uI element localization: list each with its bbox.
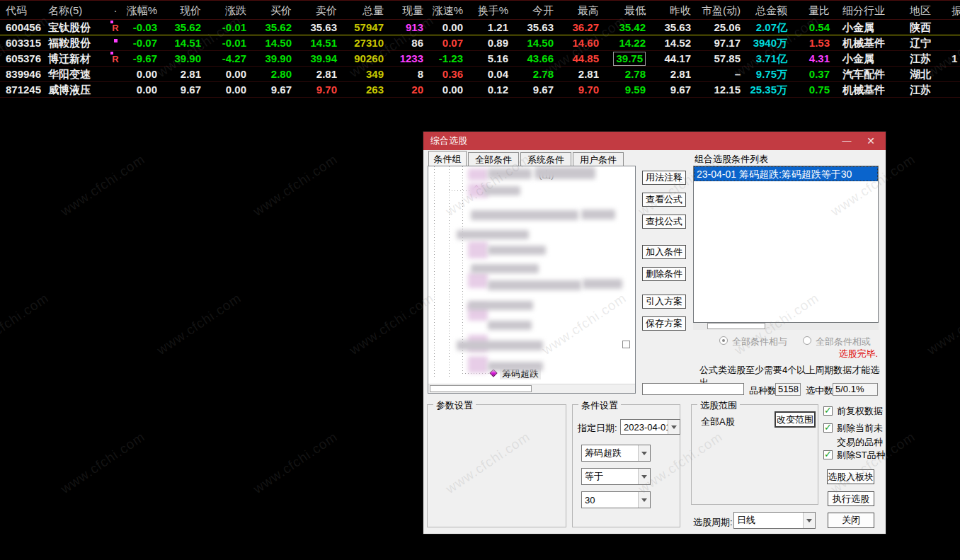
table-cell[interactable]: 86 [392,35,432,50]
table-cell[interactable]: 0.04 [472,67,517,81]
table-cell[interactable]: 35.63 [300,20,345,35]
table-row[interactable]: 839946华阳变速0.002.810.002.802.8134980.360.… [0,67,960,82]
table-cell[interactable]: 0.00 [432,82,472,97]
table-cell[interactable]: 陕西 [905,20,950,35]
table-cell[interactable]: 2.80 [255,67,300,81]
table-cell[interactable]: 605376 [0,51,44,66]
table-cell[interactable] [105,35,126,50]
table-cell[interactable]: 0.75 [796,82,838,97]
table-cell[interactable]: -9.67 [126,51,166,66]
table-cell[interactable]: 2.81 [562,67,607,81]
table-cell[interactable]: 90260 [345,51,392,66]
dialog-titlebar[interactable]: 综合选股 [423,132,886,150]
table-cell[interactable]: 9.67 [517,82,562,97]
table-cell[interactable]: 9.59 [607,82,654,97]
table-cell[interactable]: 5.16 [472,51,517,66]
table-cell[interactable]: 江苏 [905,82,950,97]
table-cell[interactable]: 600456 [0,20,44,35]
table-header-cell[interactable]: 总量 [345,1,392,19]
table-header-cell[interactable]: 涨速% [432,1,472,19]
table-cell[interactable]: 8 [392,67,432,81]
table-cell[interactable]: 20 [392,82,432,97]
table-cell[interactable]: 349 [345,67,392,81]
table-cell[interactable]: 2.81 [654,67,699,81]
condition-tree-panel[interactable]: (山) 筹码超跌 [428,166,636,394]
table-cell[interactable]: 39.90 [166,51,210,66]
table-cell[interactable]: 辽宁 [905,35,950,50]
tree-scrollbar-thumb[interactable] [430,385,532,392]
table-cell[interactable]: 0.00 [126,82,166,97]
usage-notes-button[interactable]: 用法注释 [642,171,686,185]
table-cell[interactable]: 江苏 [905,51,950,66]
table-cell[interactable]: 机械基件 [838,82,905,97]
table-cell[interactable]: 0.00 [210,82,255,97]
table-cell[interactable]: 2.81 [166,67,210,81]
table-cell[interactable]: R [105,51,126,66]
table-header-cell[interactable]: 量比 [796,1,838,19]
change-range-button[interactable]: 改变范围 [775,411,816,428]
table-cell[interactable]: 1.21 [472,20,517,35]
table-cell[interactable]: – [699,67,749,81]
checkbox-adjusted-data[interactable] [823,406,833,416]
table-cell[interactable]: 9.67 [166,82,210,97]
table-header-cell[interactable]: 换手% [472,1,517,19]
table-cell[interactable]: 12.15 [699,82,749,97]
table-cell[interactable]: 27310 [345,35,392,50]
table-header-cell[interactable]: 名称(5) [44,1,105,19]
formula-combobox[interactable]: 筹码超跌 [581,445,651,462]
table-cell[interactable]: 14.52 [654,35,699,50]
table-cell[interactable]: 华阳变速 [44,67,105,81]
table-cell[interactable]: 机械基件 [838,35,905,50]
chevron-down-icon[interactable] [638,445,650,461]
table-cell[interactable]: 1.53 [796,35,838,50]
table-cell[interactable]: 39.90 [255,51,300,66]
table-header-cell[interactable]: 代码 [0,1,44,19]
table-header-cell[interactable]: 涨跌 [210,1,255,19]
table-cell[interactable]: 3.71亿 [749,51,796,66]
table-cell[interactable]: 1233 [392,51,432,66]
table-cell[interactable] [950,82,960,97]
table-cell[interactable]: -0.01 [210,20,255,35]
table-header-cell[interactable]: 振幅 [950,1,960,19]
table-header-cell[interactable]: 买价 [255,1,300,19]
table-cell[interactable]: 0.36 [432,67,472,81]
table-cell[interactable]: 35.63 [654,20,699,35]
table-cell[interactable]: -1.23 [432,51,472,66]
minimize-icon[interactable]: — [840,135,853,147]
table-cell[interactable]: 913 [392,20,432,35]
condition-list[interactable]: 23-04-01 筹码超跌:筹码超跌等于30 [693,166,879,323]
checkbox-exclude-untraded[interactable] [823,423,833,433]
save-plan-button[interactable]: 保存方案 [642,316,686,331]
table-header-cell[interactable]: 昨收 [654,1,699,19]
table-header-cell[interactable]: 最低 [607,1,654,19]
table-cell[interactable]: 14.22 [607,35,654,50]
table-cell[interactable]: 14.50 [255,35,300,50]
table-cell[interactable]: 39.94 [300,51,345,66]
condition-list-item-selected[interactable]: 23-04-01 筹码超跌:筹码超跌等于30 [694,166,878,181]
table-cell[interactable]: -4.27 [210,51,255,66]
table-cell[interactable]: 35.63 [517,20,562,35]
table-cell[interactable]: 25.06 [699,20,749,35]
table-header-cell[interactable]: 现价 [166,1,210,19]
table-cell[interactable]: 2.78 [607,67,654,81]
table-row[interactable]: 605376博迁新材R-9.6739.90-4.2739.9039.949026… [0,51,960,67]
table-cell[interactable]: 9.70 [300,82,345,97]
table-cell[interactable]: -0.01 [210,35,255,50]
chevron-down-icon[interactable] [638,492,650,508]
table-cell[interactable]: 35.62 [255,20,300,35]
table-cell[interactable]: 35.42 [607,20,654,35]
table-cell[interactable]: 57947 [345,20,392,35]
close-button[interactable]: 关闭 [828,513,874,528]
table-cell[interactable]: 14.50 [517,35,562,50]
table-cell[interactable]: 0.00 [432,20,472,35]
table-cell[interactable]: 97.17 [699,35,749,50]
table-cell[interactable] [950,67,960,81]
table-cell[interactable]: 9.70 [562,82,607,97]
table-cell[interactable] [950,20,960,35]
table-header-cell[interactable]: 涨幅% [126,1,166,19]
table-cell[interactable]: 0.00 [210,67,255,81]
table-header-cell[interactable]: · [105,1,126,19]
select-into-board-button[interactable]: 选股入板块 [827,469,874,484]
table-cell[interactable]: 9.67 [654,82,699,97]
list-horizontal-scrollbar[interactable] [693,323,879,330]
